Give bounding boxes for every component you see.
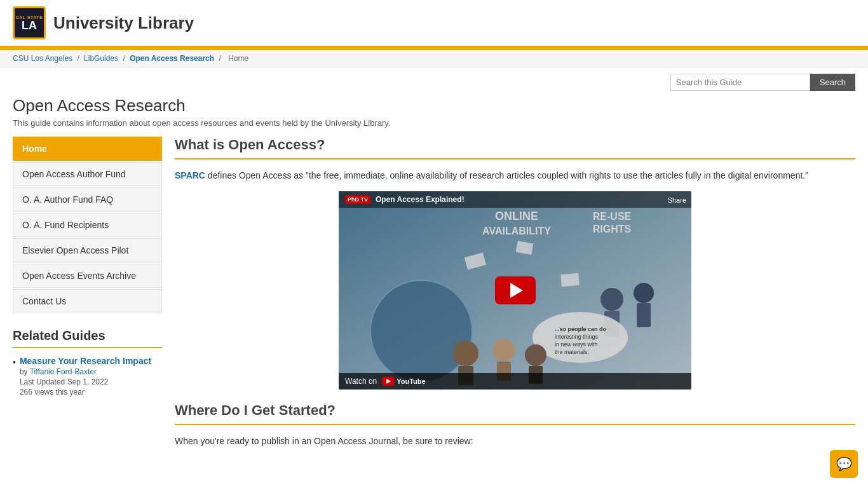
related-guide-meta: by Tiffanie Ford-Baxter — [20, 367, 151, 376]
content-area: What is Open Access? SPARC defines Open … — [175, 137, 855, 449]
video-play-button[interactable] — [495, 276, 536, 304]
page-subtitle: This guide contains information about op… — [13, 118, 855, 128]
phd-badge-text: PhD TV — [348, 196, 368, 203]
list-bullet: • — [13, 357, 16, 367]
yt-play-icon — [386, 379, 391, 384]
svg-rect-9 — [637, 303, 651, 327]
search-button[interactable]: Search — [810, 74, 855, 91]
section1-title: What is Open Access? — [175, 137, 855, 159]
author-prefix: by — [20, 367, 28, 376]
csu-logo-badge: CAL STATE LA — [13, 6, 46, 39]
section2-title: Where Do I Get Started? — [175, 402, 855, 425]
main-layout: Home Open Access Author Fund O. A. Autho… — [0, 130, 868, 455]
related-guide-details: Measure Your Research Impact by Tiffanie… — [20, 356, 151, 396]
svg-text:the materials.: the materials. — [555, 349, 589, 355]
breadcrumb-libguides[interactable]: LibGuides — [84, 54, 118, 63]
youtube-logo: YouTube — [382, 377, 425, 386]
breadcrumb-sep2: / — [123, 54, 127, 63]
video-title-text: Open Access Explained! — [376, 195, 465, 204]
nav-item-events-archive[interactable]: Open Access Events Archive — [13, 264, 162, 288]
svg-text:RE-USE: RE-USE — [593, 211, 632, 222]
logo-area: CAL STATE LA University Library — [13, 6, 194, 39]
related-guides-heading: Related Guides — [13, 329, 162, 348]
author-link[interactable]: Tiffanie Ford-Baxter — [30, 367, 97, 376]
svg-text:RIGHTS: RIGHTS — [593, 224, 632, 234]
svg-text:in new ways with: in new ways with — [555, 341, 598, 348]
nav-item-fund-recipients[interactable]: O. A. Fund Recipients — [13, 213, 162, 237]
search-input[interactable] — [670, 74, 810, 91]
svg-rect-5 — [560, 273, 580, 287]
nav-item-elsevier[interactable]: Elsevier Open Access Pilot — [13, 238, 162, 262]
watch-text: Watch on — [345, 377, 377, 386]
svg-point-15 — [453, 341, 478, 366]
svg-text:ONLINE: ONLINE — [495, 210, 538, 222]
chat-widget[interactable]: 💬 — [830, 450, 858, 455]
sparc-link[interactable]: SPARC — [175, 170, 205, 180]
breadcrumb-csu[interactable]: CSU Los Angeles — [13, 54, 72, 63]
svg-text:interesting things: interesting things — [555, 334, 599, 340]
video-title-bar: PhD TV Open Access Explained! Share — [339, 191, 691, 208]
view-count: 266 views this year — [20, 388, 151, 396]
page-title-area: Open Access Research This guide contains… — [0, 91, 868, 130]
youtube-text: YouTube — [397, 377, 425, 385]
related-guides: Related Guides • Measure Your Research I… — [13, 329, 162, 396]
section2-description: When you're ready to publish in an Open … — [175, 434, 855, 448]
svg-point-17 — [492, 339, 515, 362]
la-text: LA — [22, 20, 37, 31]
nav-item-author-fund-faq[interactable]: O. A. Author Fund FAQ — [13, 187, 162, 212]
nav-item-contact-us[interactable]: Contact Us — [13, 289, 162, 313]
page-title: Open Access Research — [13, 96, 855, 116]
play-triangle-icon — [510, 283, 523, 298]
youtube-icon — [382, 377, 395, 386]
svg-point-8 — [634, 283, 654, 303]
search-area: Search — [0, 67, 868, 91]
nav-item-author-fund[interactable]: Open Access Author Fund — [13, 162, 162, 186]
breadcrumb-open-access[interactable]: Open Access Research — [130, 54, 214, 63]
video-container[interactable]: ...so people can do interesting things i… — [339, 191, 691, 390]
svg-point-19 — [525, 344, 546, 366]
last-updated: Last Updated Sep 1, 2022 — [20, 377, 151, 386]
share-button[interactable]: Share — [668, 196, 686, 204]
svg-text:AVAILABILITY: AVAILABILITY — [482, 226, 551, 236]
sidebar: Home Open Access Author Fund O. A. Autho… — [13, 137, 162, 449]
breadcrumb: CSU Los Angeles / LibGuides / Open Acces… — [0, 50, 868, 67]
video-bottom-bar: Watch on YouTube — [339, 373, 691, 390]
nav-item-home[interactable]: Home — [13, 137, 162, 161]
section1-desc-text: defines Open Access as "the free, immedi… — [205, 170, 808, 180]
university-name: University Library — [53, 13, 194, 33]
section1-description: SPARC defines Open Access as "the free, … — [175, 168, 855, 182]
related-guide-item: • Measure Your Research Impact by Tiffan… — [13, 356, 162, 396]
breadcrumb-home: Home — [228, 54, 248, 63]
svg-point-6 — [600, 288, 623, 311]
section2: Where Do I Get Started? When you're read… — [175, 402, 855, 448]
header: CAL STATE LA University Library — [0, 0, 868, 48]
phd-badge: PhD TV — [345, 195, 370, 204]
breadcrumb-sep1: / — [77, 54, 81, 63]
related-guide-link[interactable]: Measure Your Research Impact — [20, 356, 151, 366]
svg-text:...so people can do: ...so people can do — [555, 326, 607, 332]
breadcrumb-sep3: / — [219, 54, 223, 63]
